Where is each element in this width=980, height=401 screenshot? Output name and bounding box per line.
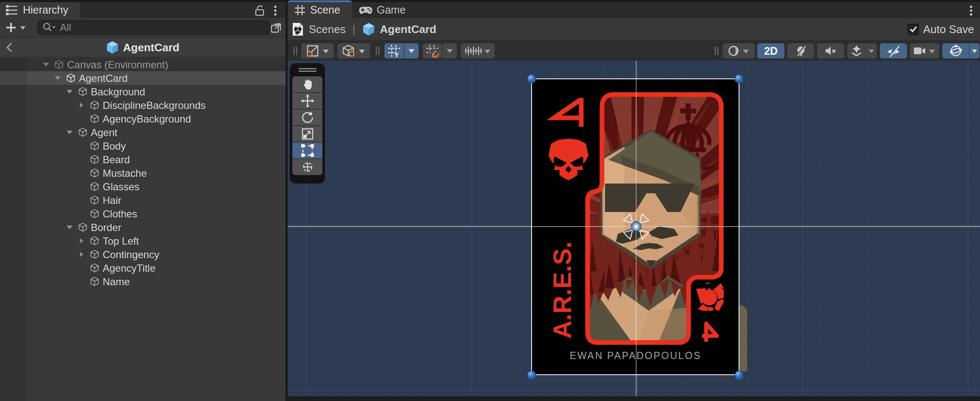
agency-title: A.R.E.S. (549, 242, 577, 339)
tree-row[interactable]: Background (0, 85, 286, 98)
hierarchy-menu-icon[interactable] (271, 4, 280, 17)
expand-arrow-icon[interactable] (66, 89, 73, 95)
collapse-arrow-icon[interactable] (78, 102, 85, 108)
increment-snap-button[interactable] (461, 43, 495, 58)
pick-window-icon[interactable] (270, 21, 283, 34)
tree-row[interactable]: Mustache (0, 166, 286, 180)
effects-dropdown[interactable] (866, 43, 877, 58)
expand-arrow-icon[interactable] (66, 129, 73, 135)
plus-icon (6, 23, 16, 32)
chevron-down-icon (20, 26, 25, 30)
expand-arrow-icon[interactable] (66, 224, 73, 230)
tab-hierarchy[interactable]: Hierarchy (0, 2, 80, 18)
snap-increment-button[interactable] (423, 43, 442, 58)
2d-label: 2D (764, 45, 778, 57)
tree-row[interactable]: Hair (0, 193, 286, 207)
overlay-handle3-icon[interactable] (714, 46, 719, 56)
tab-game[interactable]: Game (352, 2, 420, 18)
tree-row[interactable]: Agent (0, 125, 286, 139)
tree-row[interactable]: Name (0, 275, 286, 288)
gizmos-dropdown[interactable] (969, 43, 980, 58)
row-gutter (0, 71, 27, 85)
gameobject-cube-icon (78, 223, 87, 232)
tree-row-label: Border (91, 222, 121, 234)
tree-row[interactable]: Top Left (0, 234, 286, 248)
tree-row-label: Agent (91, 127, 118, 139)
autosave-checkbox[interactable] (907, 24, 919, 35)
tree-row-label: Glasses (103, 181, 140, 193)
tree-row[interactable]: AgentCard (0, 71, 286, 85)
chevron-down-icon (868, 49, 875, 53)
collapse-arrow-icon[interactable] (78, 238, 85, 244)
breadcrumb-scenes[interactable]: Scenes (309, 23, 346, 36)
overlay-handle2-icon[interactable] (375, 46, 380, 56)
overlay-handle-icon[interactable] (293, 46, 298, 56)
bottom-strip (288, 396, 980, 401)
gameobject-cube-icon (90, 114, 99, 123)
tree-row[interactable]: Border (0, 220, 286, 234)
tool-scale-button[interactable] (292, 126, 322, 142)
shaded-sphere-icon (729, 47, 738, 56)
rotate-tool-icon (301, 111, 314, 124)
chevron-down-icon (446, 48, 454, 53)
breadcrumb-prefab[interactable]: AgentCard (380, 23, 437, 36)
tree-row[interactable]: Beard (0, 153, 286, 166)
tree-row[interactable]: DisciplineBackgrounds (0, 98, 286, 112)
gameobject-cube-icon (90, 155, 99, 164)
tool-transform-button[interactable] (292, 159, 322, 175)
effects-toggle-button[interactable] (847, 43, 865, 58)
grid-snap-dropdown[interactable] (404, 43, 419, 58)
2d-toggle-button[interactable]: 2D (757, 43, 784, 58)
tool-move-button[interactable] (292, 93, 322, 109)
expand-arrow-icon[interactable] (42, 61, 49, 67)
tree-row[interactable]: Clothes (0, 207, 286, 220)
transform-tool-icon (301, 160, 314, 174)
chevron-down-icon (484, 50, 490, 53)
hierarchy-panel: Hierarchy (0, 0, 286, 401)
scene-viewport[interactable]: A.R.E.S. (288, 61, 980, 396)
gizmos-button[interactable] (942, 43, 969, 58)
pivot-gizmo[interactable] (631, 221, 642, 232)
tree-row[interactable]: Canvas (Environment) (0, 58, 286, 71)
search-input[interactable]: All (37, 20, 270, 35)
tree-row[interactable]: Glasses (0, 180, 286, 193)
collapse-arrow-icon[interactable] (78, 251, 85, 257)
breadcrumb-prefab-icon (362, 22, 375, 36)
snap-increment-dropdown[interactable] (442, 43, 457, 58)
expand-arrow-icon[interactable] (54, 75, 61, 81)
camera-settings-button[interactable] (910, 43, 939, 58)
gameobject-cube-icon (66, 73, 76, 83)
tree-row[interactable]: Contingency (0, 248, 286, 261)
tab-hierarchy-label: Hierarchy (23, 4, 68, 16)
tree-row[interactable]: AgencyTitle (0, 261, 286, 275)
tool-hand-button[interactable] (292, 76, 322, 92)
pivot-rotation-button[interactable] (337, 43, 370, 58)
tree-row-label: Mustache (103, 167, 147, 179)
shading-mode-button[interactable] (723, 43, 755, 58)
effects-star-icon (850, 45, 863, 57)
lock-icon[interactable] (254, 5, 266, 17)
tool-rotate-button[interactable] (292, 109, 322, 125)
gameobject-cube-icon (90, 168, 99, 178)
grid-magnet-icon (426, 44, 439, 58)
row-gutter (0, 58, 27, 71)
scene-visibility-button[interactable] (880, 43, 907, 58)
tool-settings-button[interactable] (301, 43, 334, 58)
tools-overlay-palette (290, 63, 325, 184)
lighting-toggle-button[interactable] (787, 43, 814, 58)
tool-rect-button[interactable] (292, 142, 322, 159)
scene-asset-icon[interactable] (292, 22, 304, 36)
tree-row-label: AgencyBackground (103, 113, 191, 125)
tree-row-label: AgencyTitle (103, 262, 156, 274)
scene-tabbar: Scene Game (288, 2, 980, 18)
audio-toggle-button[interactable] (817, 43, 844, 58)
tree-row[interactable]: AgencyBackground (0, 112, 286, 125)
lighting-off-icon (795, 45, 807, 57)
grid-snap-y-button[interactable]: Y (384, 43, 404, 58)
autosave-toggle[interactable]: Auto Save (907, 18, 974, 41)
tab-scene[interactable]: Scene (288, 0, 352, 18)
palette-grip-icon[interactable] (298, 67, 317, 73)
tree-row[interactable]: Body (0, 139, 286, 153)
add-object-button[interactable] (4, 21, 28, 34)
scene-menu-icon[interactable] (966, 4, 976, 17)
